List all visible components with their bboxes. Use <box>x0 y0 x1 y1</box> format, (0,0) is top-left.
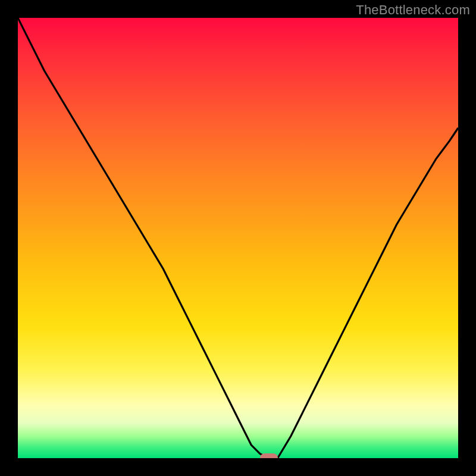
watermark-text: TheBottleneck.com <box>356 2 470 18</box>
curve-left-branch <box>18 18 278 458</box>
optimal-point-marker <box>260 453 278 458</box>
chart-frame: TheBottleneck.com <box>0 0 476 476</box>
curve-right-branch <box>278 128 458 458</box>
plot-area <box>18 18 458 458</box>
bottleneck-curve <box>18 18 458 458</box>
